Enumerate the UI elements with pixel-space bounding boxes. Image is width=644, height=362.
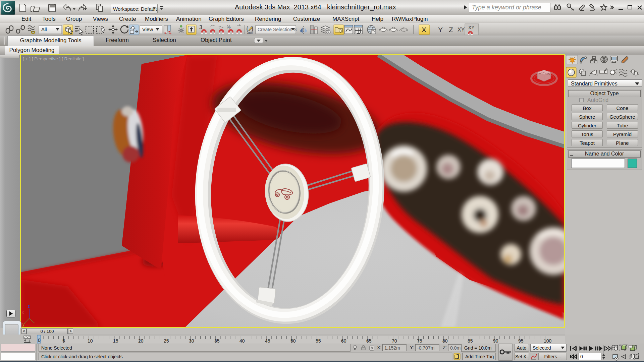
svg-text:60: 60 [341, 338, 346, 344]
svg-text:[ + ] [ Perspective ] [ Realis: [ + ] [ Perspective ] [ Realistic ] [23, 56, 84, 61]
svg-text:Y: Y [438, 26, 443, 34]
svg-text:Create Selection S: Create Selection S [258, 27, 297, 32]
svg-text:x: x [22, 310, 24, 315]
svg-text:80: 80 [442, 338, 448, 344]
svg-text:5: 5 [62, 338, 65, 344]
svg-text:100: 100 [544, 338, 552, 344]
svg-text:70: 70 [392, 338, 397, 344]
svg-text:55: 55 [316, 338, 321, 344]
svg-text:10: 10 [88, 338, 93, 344]
svg-text:35: 35 [214, 338, 220, 344]
svg-text:30: 30 [189, 338, 194, 344]
svg-text:z: z [28, 304, 30, 309]
svg-text:{: { [246, 25, 248, 32]
svg-text:y: y [22, 322, 24, 327]
svg-text:40: 40 [239, 338, 245, 344]
svg-text:85: 85 [468, 338, 473, 344]
svg-text:50: 50 [290, 338, 296, 344]
svg-text:15: 15 [113, 338, 118, 344]
svg-text:3: 3 [199, 24, 202, 30]
svg-text:ABC: ABC [247, 32, 253, 35]
svg-text:65: 65 [366, 338, 372, 344]
svg-text:20: 20 [138, 338, 144, 344]
svg-text:%: % [227, 24, 231, 29]
svg-text:XY: XY [468, 25, 475, 30]
svg-text:All: All [41, 26, 47, 32]
svg-text:45: 45 [265, 338, 270, 344]
svg-text:75: 75 [417, 338, 422, 344]
svg-text:0: 0 [38, 338, 41, 343]
svg-text:90: 90 [493, 338, 498, 344]
svg-text:XY: XY [458, 27, 465, 33]
svg-text:25: 25 [164, 338, 169, 344]
svg-text:Z: Z [449, 26, 453, 34]
svg-text:95: 95 [518, 338, 524, 344]
svg-text:View: View [142, 26, 153, 32]
svg-text:}: } [252, 25, 254, 32]
svg-text:X: X [422, 26, 426, 34]
